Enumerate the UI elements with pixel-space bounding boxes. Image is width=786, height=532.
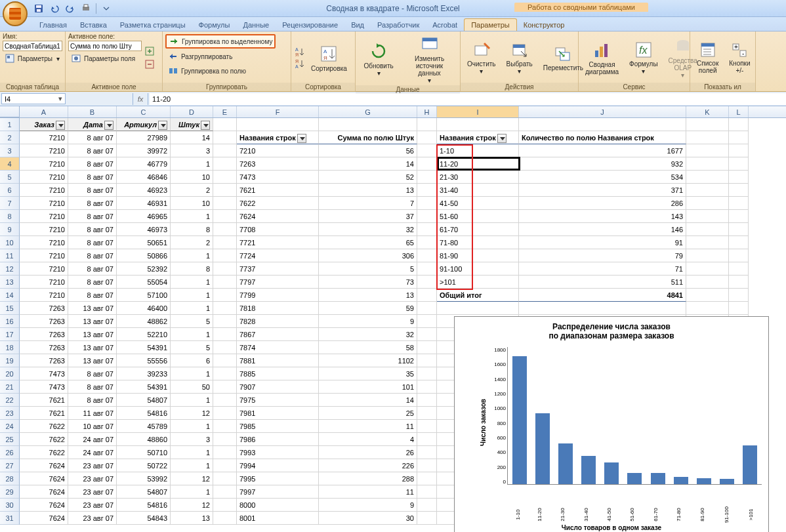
cell[interactable]: 14: [171, 131, 213, 144]
cell[interactable]: 7210: [20, 262, 68, 276]
row-header[interactable]: 21: [0, 380, 20, 394]
cell[interactable]: 54391: [117, 380, 171, 394]
cell[interactable]: [417, 328, 437, 341]
cell[interactable]: [213, 315, 237, 328]
cell[interactable]: [729, 171, 749, 184]
cell[interactable]: [417, 341, 437, 354]
cell[interactable]: 7621: [237, 184, 319, 197]
cell[interactable]: [729, 276, 749, 289]
cell[interactable]: 7986: [237, 433, 319, 446]
cell[interactable]: 7867: [237, 328, 319, 341]
row-header[interactable]: 23: [0, 407, 20, 420]
cell[interactable]: 1677: [519, 144, 686, 157]
row-header[interactable]: 5: [0, 171, 20, 184]
row-header[interactable]: 15: [0, 302, 20, 315]
cell[interactable]: 7: [319, 197, 417, 210]
cell[interactable]: 1102: [319, 354, 417, 367]
cell[interactable]: [213, 459, 237, 472]
cell[interactable]: 8 авг 07: [68, 184, 117, 197]
cell[interactable]: 59: [319, 302, 417, 315]
cell[interactable]: 10: [171, 171, 213, 184]
cell[interactable]: 54807: [117, 485, 171, 499]
active-field-input[interactable]: [68, 41, 142, 51]
cell[interactable]: [213, 302, 237, 315]
row-header[interactable]: 27: [0, 459, 20, 472]
cell[interactable]: [417, 512, 437, 525]
cell[interactable]: 11: [319, 420, 417, 433]
cell[interactable]: [213, 394, 237, 407]
cell[interactable]: Сумма по полю Штук: [319, 131, 417, 144]
cell[interactable]: 8 авг 07: [68, 157, 117, 171]
cell[interactable]: [686, 223, 729, 236]
cell[interactable]: 46400: [117, 302, 171, 315]
cell[interactable]: 7263: [20, 328, 68, 341]
cell[interactable]: 534: [519, 171, 686, 184]
cell[interactable]: 101: [319, 380, 417, 394]
row-header[interactable]: 17: [0, 328, 20, 341]
cell[interactable]: 23 авг 07: [68, 512, 117, 525]
cell[interactable]: 1: [171, 289, 213, 302]
tab-главная[interactable]: Главная: [33, 19, 73, 31]
tab-acrobat[interactable]: Acrobat: [426, 19, 464, 31]
expand-icon[interactable]: [144, 46, 155, 56]
cell[interactable]: [213, 485, 237, 499]
cell[interactable]: [417, 171, 437, 184]
cell[interactable]: 46931: [117, 197, 171, 210]
cell[interactable]: [213, 354, 237, 367]
col-header-D[interactable]: D: [171, 106, 213, 117]
cell[interactable]: 7797: [237, 276, 319, 289]
ungroup-button[interactable]: Разгруппировать: [165, 50, 276, 63]
cell[interactable]: 8 авг 07: [68, 144, 117, 157]
col-header-A[interactable]: A: [20, 106, 68, 117]
cell[interactable]: 7210: [20, 184, 68, 197]
cell[interactable]: 24 авг 07: [68, 433, 117, 446]
cell[interactable]: 8 авг 07: [68, 289, 117, 302]
undo-icon[interactable]: [47, 2, 62, 15]
col-header-C[interactable]: C: [117, 106, 171, 117]
cell[interactable]: 13: [171, 512, 213, 525]
cell[interactable]: 1: [171, 420, 213, 433]
cell[interactable]: 5: [171, 315, 213, 328]
cell[interactable]: [417, 157, 437, 171]
sort-desc-icon[interactable]: ЯА: [294, 58, 304, 69]
cell[interactable]: [417, 289, 437, 302]
tab-формулы[interactable]: Формулы: [192, 19, 237, 31]
cell[interactable]: 14: [319, 394, 417, 407]
cell[interactable]: 4841: [519, 289, 686, 302]
pivot-params-button[interactable]: Параметры▾: [3, 52, 62, 65]
cell[interactable]: 24 авг 07: [68, 446, 117, 459]
cell[interactable]: Дата: [68, 118, 117, 131]
cell[interactable]: [417, 144, 437, 157]
cell[interactable]: 51-60: [437, 210, 519, 223]
cell[interactable]: 7263: [237, 157, 319, 171]
cell[interactable]: Общий итог: [437, 289, 519, 302]
cell[interactable]: 13 авг 07: [68, 315, 117, 328]
cell[interactable]: [213, 512, 237, 525]
cell[interactable]: [213, 171, 237, 184]
cell[interactable]: [213, 197, 237, 210]
cell[interactable]: [417, 433, 437, 446]
cell[interactable]: 39972: [117, 144, 171, 157]
cell[interactable]: 226: [319, 459, 417, 472]
row-header[interactable]: 18: [0, 341, 20, 354]
cell[interactable]: Штук: [171, 118, 213, 131]
cell[interactable]: [213, 420, 237, 433]
cell[interactable]: 7622: [20, 433, 68, 446]
cell[interactable]: [686, 249, 729, 262]
cell[interactable]: 1: [171, 446, 213, 459]
cell[interactable]: 8 авг 07: [68, 380, 117, 394]
cell[interactable]: 53992: [117, 472, 171, 485]
cell[interactable]: [417, 223, 437, 236]
cell[interactable]: [213, 328, 237, 341]
group-by-selection-button[interactable]: Группировка по выделенному: [165, 34, 276, 49]
cell[interactable]: 8 авг 07: [68, 131, 117, 144]
cell[interactable]: 81-90: [437, 249, 519, 262]
cell[interactable]: 7907: [237, 380, 319, 394]
row-header[interactable]: 16: [0, 315, 20, 328]
cell[interactable]: 50: [171, 380, 213, 394]
cell[interactable]: 50651: [117, 236, 171, 249]
tab-параметры[interactable]: Параметры: [464, 18, 517, 31]
cell[interactable]: [686, 184, 729, 197]
col-header-F[interactable]: F: [237, 106, 319, 117]
row-header[interactable]: 11: [0, 249, 20, 262]
